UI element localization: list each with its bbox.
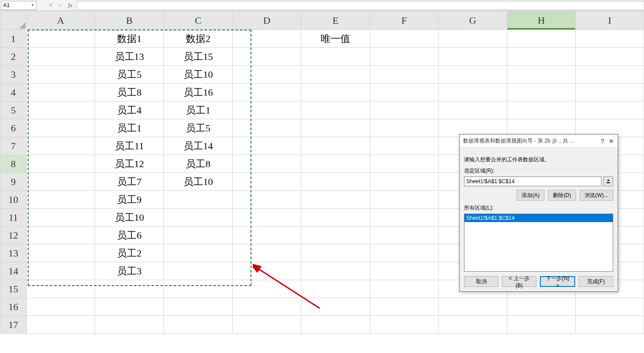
- row-header-4[interactable]: 4: [0, 84, 27, 101]
- cell-I1[interactable]: [576, 30, 644, 48]
- cell-E2[interactable]: [301, 48, 370, 66]
- cell-G4[interactable]: [439, 84, 507, 101]
- cell-D7[interactable]: [233, 137, 301, 155]
- cell-E10[interactable]: [301, 191, 370, 209]
- cell-B6[interactable]: 员工1: [95, 119, 164, 137]
- row-header-10[interactable]: 10: [0, 191, 27, 209]
- cell-C14[interactable]: [164, 262, 233, 280]
- collapse-dialog-icon[interactable]: [603, 176, 613, 186]
- row-header-14[interactable]: 14: [0, 262, 27, 280]
- cell-I17[interactable]: [576, 316, 644, 334]
- cell-E7[interactable]: [301, 137, 370, 155]
- cell-C16[interactable]: [164, 298, 233, 316]
- cell-D6[interactable]: [233, 119, 301, 137]
- row-header-12[interactable]: 12: [0, 227, 27, 244]
- cell-B14[interactable]: 员工3: [95, 262, 164, 280]
- cell-A6[interactable]: [26, 119, 95, 137]
- cell-D14[interactable]: [233, 262, 301, 280]
- cell-C7[interactable]: 员工14: [164, 137, 233, 155]
- cell-A4[interactable]: [26, 84, 95, 101]
- cell-A11[interactable]: [26, 209, 95, 227]
- cell-F4[interactable]: [370, 84, 438, 101]
- cell-F5[interactable]: [370, 101, 438, 119]
- row-header-5[interactable]: 5: [0, 101, 27, 119]
- row-header-7[interactable]: 7: [0, 137, 27, 155]
- cell-F16[interactable]: [370, 298, 438, 316]
- cell-E8[interactable]: [301, 155, 370, 173]
- cell-A13[interactable]: [26, 244, 95, 262]
- cell-F2[interactable]: [370, 48, 438, 66]
- cell-E15[interactable]: [301, 280, 370, 298]
- ranges-listbox[interactable]: Sheet1!$A$1:$C$14: [464, 214, 613, 272]
- cell-E13[interactable]: [301, 244, 370, 262]
- column-header-B[interactable]: B: [95, 11, 164, 30]
- cell-E5[interactable]: [301, 101, 370, 119]
- cell-E17[interactable]: [301, 316, 370, 334]
- formula-input[interactable]: [77, 1, 644, 10]
- cell-C4[interactable]: 员工16: [164, 84, 233, 101]
- cell-A15[interactable]: [26, 280, 95, 298]
- row-header-1[interactable]: 1: [0, 30, 27, 48]
- cell-D1[interactable]: [233, 30, 301, 48]
- cell-C5[interactable]: 员工1: [164, 101, 233, 119]
- cell-D2[interactable]: [233, 48, 301, 66]
- cell-D15[interactable]: [233, 280, 301, 298]
- cell-F9[interactable]: [370, 173, 438, 191]
- cell-D3[interactable]: [233, 66, 301, 84]
- browse-button[interactable]: 浏览(W)...: [580, 190, 613, 201]
- cell-F10[interactable]: [370, 191, 438, 209]
- cell-G5[interactable]: [439, 101, 507, 119]
- row-header-17[interactable]: 17: [0, 316, 27, 334]
- cell-H1[interactable]: [507, 30, 576, 48]
- back-button[interactable]: < 上一步(B): [502, 276, 536, 287]
- cell-B9[interactable]: 员工7: [95, 173, 164, 191]
- row-header-3[interactable]: 3: [0, 66, 27, 84]
- cell-A16[interactable]: [26, 298, 95, 316]
- cell-F3[interactable]: [370, 66, 438, 84]
- cell-A2[interactable]: [26, 48, 95, 66]
- cell-C10[interactable]: [164, 191, 233, 209]
- cell-D4[interactable]: [233, 84, 301, 101]
- cell-C1[interactable]: 数据2: [164, 30, 233, 48]
- column-header-H[interactable]: H: [507, 11, 576, 30]
- dialog-titlebar[interactable]: 数据透视表和数据透视图向导 - 第 2b 步，共 ... ? ✕: [460, 134, 618, 148]
- cell-B11[interactable]: 员工10: [95, 209, 164, 227]
- cell-A8[interactable]: [26, 155, 95, 173]
- cell-E16[interactable]: [301, 298, 370, 316]
- name-box[interactable]: A1 ▼: [1, 1, 37, 10]
- cell-E3[interactable]: [301, 66, 370, 84]
- cell-G2[interactable]: [439, 48, 507, 66]
- column-header-D[interactable]: D: [233, 11, 301, 30]
- cell-H2[interactable]: [507, 48, 576, 66]
- cell-E6[interactable]: [301, 119, 370, 137]
- cell-A14[interactable]: [26, 262, 95, 280]
- cell-B8[interactable]: 员工12: [95, 155, 164, 173]
- cell-G1[interactable]: [439, 30, 507, 48]
- cell-A1[interactable]: [26, 30, 95, 48]
- cell-B16[interactable]: [95, 298, 164, 316]
- cell-B5[interactable]: 员工4: [95, 101, 164, 119]
- cell-G17[interactable]: [439, 316, 507, 334]
- cell-D9[interactable]: [233, 173, 301, 191]
- cell-B17[interactable]: [95, 316, 164, 334]
- cell-I5[interactable]: [576, 101, 644, 119]
- dialog-close-icon[interactable]: ✕: [609, 138, 614, 145]
- cell-H5[interactable]: [507, 101, 576, 119]
- cell-I3[interactable]: [576, 66, 644, 84]
- cell-D8[interactable]: [233, 155, 301, 173]
- cell-E1[interactable]: 唯一值: [301, 30, 370, 48]
- add-button[interactable]: 添加(A): [517, 190, 544, 201]
- cell-F14[interactable]: [370, 262, 438, 280]
- cancel-button[interactable]: 取消: [464, 276, 498, 287]
- name-box-dropdown-icon[interactable]: ▼: [31, 3, 34, 7]
- cell-G16[interactable]: [439, 298, 507, 316]
- column-header-F[interactable]: F: [370, 11, 438, 30]
- cell-C6[interactable]: 员工5: [164, 119, 233, 137]
- cell-D16[interactable]: [233, 298, 301, 316]
- cell-B1[interactable]: 数据1: [95, 30, 164, 48]
- cell-A10[interactable]: [26, 191, 95, 209]
- row-header-9[interactable]: 9: [0, 173, 27, 191]
- cell-B7[interactable]: 员工11: [95, 137, 164, 155]
- cell-E12[interactable]: [301, 227, 370, 244]
- cell-B4[interactable]: 员工8: [95, 84, 164, 101]
